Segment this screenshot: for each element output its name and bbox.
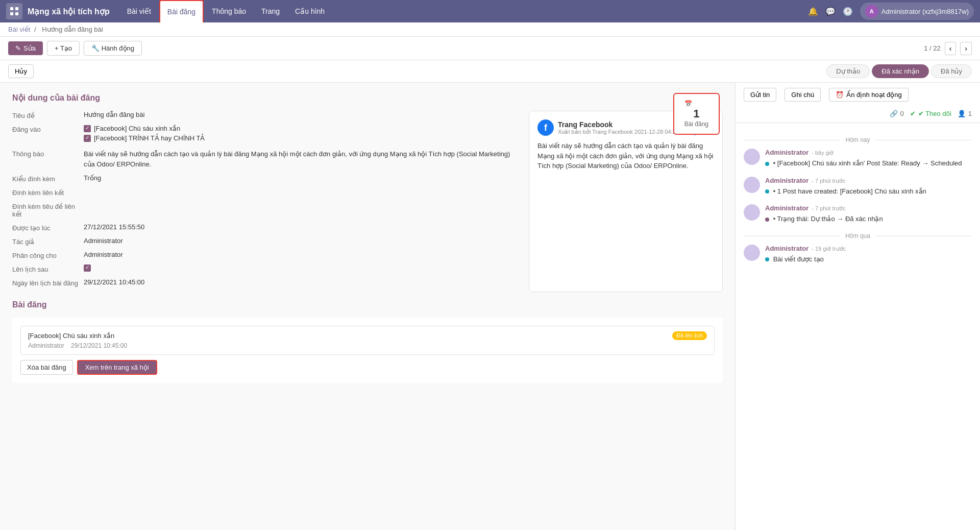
bell-icon[interactable]: 🔔	[808, 7, 818, 16]
msg-body-1: • [Facebook] Chú sáu xinh xắn' Post Stat…	[765, 158, 972, 168]
stage-du-thao[interactable]: Dự thảo	[826, 64, 870, 78]
chatter-header: Gửi tin Ghi chú ⏰ Ấn định hoạt động 🔗 0 …	[736, 83, 980, 123]
chatter-message-2: Administrator - 7 phút trước • 1 Post ha…	[744, 177, 972, 197]
calendar-label: Bài đăng	[684, 121, 708, 128]
msg-author-3: Administrator	[765, 204, 808, 212]
form-row-len-lich: Lên lịch sau	[12, 264, 510, 273]
msg-body-3: • Trạng thái: Dự thảo → Đã xác nhận	[765, 214, 972, 224]
chatter-stats: 🔗 0 ✔ ✔ Theo dõi 👤 1	[890, 110, 972, 117]
clip-count: 0	[900, 110, 904, 117]
app-title: Mạng xã hội tích hợp	[28, 7, 110, 16]
create-button[interactable]: + Tạo	[47, 41, 80, 56]
delete-post-button[interactable]: Xóa bài đăng	[20, 360, 73, 375]
stage-da-xac-nhan[interactable]: Đã xác nhận	[872, 64, 929, 78]
bai-dang-meta: Administrator 29/12/2021 10:45:00	[28, 342, 707, 349]
section-title-bai-dang: Bài đăng	[12, 300, 723, 309]
nav-item-trang[interactable]: Trang	[254, 0, 287, 22]
calendar-icon: 📅	[684, 100, 708, 107]
len-lich-checkbox[interactable]	[84, 264, 91, 272]
app-grid-icon[interactable]	[6, 3, 22, 19]
breadcrumb-parent[interactable]: Bài viết	[8, 26, 30, 33]
nav-item-cau-hinh[interactable]: Cấu hình	[288, 0, 332, 22]
msg-time-3: - 7 phút trước	[812, 205, 846, 212]
bai-dang-section: [Facebook] Chú sáu xinh xắn Đã lên lịch …	[12, 318, 723, 383]
msg-time-2: - 7 phút trước	[812, 178, 846, 184]
note-button[interactable]: Ghi chú	[785, 88, 821, 102]
edit-button[interactable]: ✎ ✎ SửaSửa	[8, 41, 43, 55]
breadcrumb-current: Hướng dẫn đăng bài	[42, 26, 103, 33]
value-thong-bao: Bài viết này sẽ hướng dẫn cách tạo và qu…	[84, 149, 510, 169]
main-layout: 📅 1 Bài đăng Nội dung của bài đăng Tiêu …	[0, 83, 980, 530]
nav-item-thong-bao[interactable]: Thông báo	[205, 0, 253, 22]
form-row-phan-cong: Phân công cho Administrator	[12, 251, 510, 259]
next-record-button[interactable]: ›	[960, 42, 972, 55]
msg-time-4: - 19 giờ trước	[812, 246, 846, 252]
view-social-button[interactable]: Xem trên trang xã hội	[77, 360, 157, 375]
checkbox-item-2[interactable]: [Facebook] TRÍNH TẢ hay CHÍNH TẢ	[84, 134, 510, 142]
nav-item-bai-dang[interactable]: Bài đăng	[159, 0, 204, 22]
msg-dot-2	[765, 189, 769, 194]
label-tac-gia: Tác giả	[12, 237, 84, 246]
prev-record-button[interactable]: ‹	[945, 42, 957, 55]
avatar-3	[744, 204, 760, 221]
form-row-thong-bao: Thông báo Bài viết này sẽ hướng dẫn cách…	[12, 149, 510, 169]
avatar-2	[744, 177, 760, 193]
page-info: 1 / 22	[924, 44, 941, 52]
checkbox-item-1[interactable]: [Facebook] Chú sáu xinh xắn	[84, 125, 510, 132]
msg-author-1: Administrator	[765, 149, 808, 156]
value-phan-cong: Administrator	[84, 251, 510, 258]
form-row-ngay-len-lich: Ngày lên lịch bài đăng 29/12/2021 10:45:…	[12, 278, 510, 287]
activity-button[interactable]: ⏰ Ấn định hoạt động	[829, 88, 909, 102]
user-menu[interactable]: A Administrator (xzfxj3m8817w)	[860, 3, 974, 20]
chatter-message-1: Administrator - bây giờ • [Facebook] Chú…	[744, 149, 972, 168]
avatar-1	[744, 149, 760, 165]
send-message-button[interactable]: Gửi tin	[744, 88, 776, 102]
bai-dang-author: Administrator	[28, 342, 64, 349]
msg-author-2: Administrator	[765, 177, 808, 184]
bai-dang-item: [Facebook] Chú sáu xinh xắn Đã lên lịch …	[20, 326, 715, 355]
stage-pipeline: Dự thảo Đã xác nhận Đã hủy	[826, 64, 972, 78]
value-tieu-de: Hướng dẫn đăng bài	[84, 111, 510, 118]
stage-da-huy[interactable]: Đã hủy	[931, 64, 972, 78]
svg-rect-3	[15, 12, 18, 15]
bai-dang-item-header: [Facebook] Chú sáu xinh xắn Đã lên lịch	[28, 331, 707, 340]
action-button[interactable]: 🔧 Hành động	[84, 41, 142, 56]
bai-dang-date: 29/12/2021 10:45:00	[71, 342, 127, 349]
msg-content-4: Administrator - 19 giờ trước Bài viết đư…	[765, 245, 972, 264]
cancel-button[interactable]: Hủy	[8, 64, 34, 78]
form-row-tac-gia: Tác giả Administrator	[12, 237, 510, 246]
msg-dot-1	[765, 162, 769, 166]
bai-dang-name: [Facebook] Chú sáu xinh xắn	[28, 332, 114, 340]
nav-item-bai-viet[interactable]: Bài viết	[120, 0, 158, 22]
form-fields: Tiêu đề Hướng dẫn đăng bài Đăng vào [Fac…	[12, 111, 510, 292]
calendar-badge[interactable]: 📅 1 Bài đăng	[673, 93, 720, 135]
clock-icon[interactable]: 🕐	[843, 7, 853, 16]
msg-header-4: Administrator - 19 giờ trước	[765, 245, 972, 252]
user-stat[interactable]: 👤 1	[958, 110, 972, 117]
chat-icon[interactable]: 💬	[825, 7, 836, 16]
avatar-4	[744, 245, 760, 261]
label-len-lich: Lên lịch sau	[12, 264, 84, 273]
clip-stat[interactable]: 🔗 0	[890, 110, 904, 117]
label-ngay-len-lich: Ngày lên lịch bài đăng	[12, 278, 84, 287]
label-dinh-kem-lk: Đính kèm liên kết	[12, 188, 84, 197]
facebook-preview: f Trang Facebook Xuất bản bởi Trang Face…	[529, 111, 723, 292]
form-row-dinh-kem-lk: Đính kèm liên kết	[12, 188, 510, 197]
date-separator-hom-qua: Hôm qua	[744, 232, 972, 239]
msg-time-1: - bây giờ	[812, 150, 834, 156]
chatter-body: Hôm nay Administrator - bây giờ • [Faceb…	[736, 123, 980, 530]
content-area: 📅 1 Bài đăng Nội dung của bài đăng Tiêu …	[0, 83, 735, 530]
chatter-message-4: Administrator - 19 giờ trước Bài viết đư…	[744, 245, 972, 264]
clip-icon: 🔗	[890, 110, 898, 117]
value-dang-vao: [Facebook] Chú sáu xinh xắn [Facebook] T…	[84, 125, 510, 144]
facebook-icon: f	[537, 119, 554, 136]
check-icon: ✔	[910, 110, 916, 117]
msg-author-4: Administrator	[765, 245, 808, 252]
label-kieu-dinh-kem: Kiểu đính kèm	[12, 174, 84, 183]
form-row-duoc-tao: Được tạo lúc 27/12/2021 15:55:50	[12, 223, 510, 232]
follow-button[interactable]: ✔ ✔ Theo dõi	[910, 110, 951, 117]
top-navigation: Mạng xã hội tích hợp Bài viết Bài đăng T…	[0, 0, 980, 22]
avatar: A	[865, 5, 878, 18]
msg-body-2: • 1 Post have created: [Facebook] Chú sá…	[765, 186, 972, 197]
checkbox-label-1: [Facebook] Chú sáu xinh xắn	[94, 125, 180, 132]
